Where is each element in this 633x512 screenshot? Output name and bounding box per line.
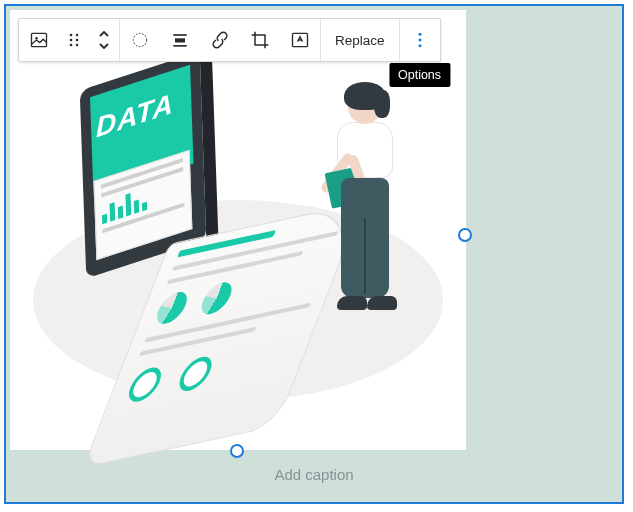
more-vertical-icon: [410, 30, 430, 50]
text-over-image-icon: [290, 30, 310, 50]
replace-button[interactable]: Replace: [321, 19, 399, 61]
link-button[interactable]: [200, 19, 240, 61]
align-button[interactable]: [120, 19, 160, 61]
svg-point-15: [418, 44, 421, 47]
svg-rect-10: [175, 38, 185, 42]
text-overlay-button[interactable]: [280, 19, 320, 61]
drag-handle[interactable]: [59, 19, 89, 61]
svg-rect-9: [173, 34, 186, 36]
options-button[interactable]: Options: [400, 19, 440, 61]
svg-point-5: [76, 39, 79, 42]
svg-point-6: [70, 44, 73, 47]
svg-point-4: [70, 39, 73, 42]
width-button[interactable]: [160, 19, 200, 61]
svg-point-2: [70, 34, 73, 37]
drag-icon: [67, 30, 81, 50]
svg-point-8: [133, 33, 146, 46]
caption-input[interactable]: Add caption: [6, 466, 622, 483]
block-toolbar: Replace Options: [18, 18, 441, 62]
link-icon: [210, 30, 230, 50]
resize-handle-right[interactable]: [458, 228, 472, 242]
move-updown-button[interactable]: [89, 19, 119, 61]
svg-point-13: [418, 33, 421, 36]
crop-button[interactable]: [240, 19, 280, 61]
chevron-updown-icon: [97, 29, 111, 51]
illustration: DATA: [28, 60, 448, 440]
image-block-selected: DATA Add capti: [4, 4, 624, 504]
svg-point-7: [76, 44, 79, 47]
block-type-image-button[interactable]: [19, 19, 59, 61]
svg-point-14: [418, 39, 421, 42]
options-tooltip: Options: [389, 63, 450, 87]
align-center-icon: [170, 30, 190, 50]
crop-icon: [250, 30, 270, 50]
svg-rect-11: [173, 45, 186, 47]
person-figure: [310, 90, 420, 350]
resize-handle-bottom[interactable]: [230, 444, 244, 458]
svg-point-3: [76, 34, 79, 37]
align-icon: [130, 30, 150, 50]
image-icon: [29, 30, 49, 50]
